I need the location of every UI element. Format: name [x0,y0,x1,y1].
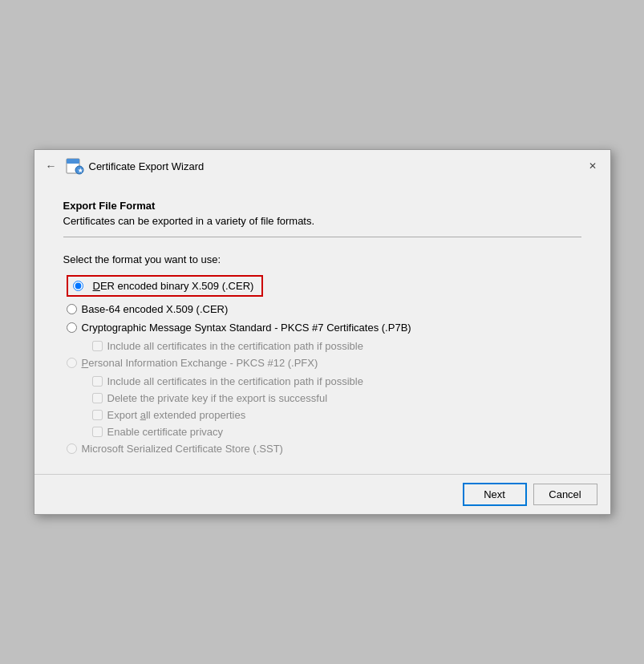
title-bar: ← ★ Certificate Export Wizard ✕ [34,150,610,180]
close-button[interactable]: ✕ [583,156,602,176]
pkcs7-checkbox-option: Include all certificates in the certific… [63,340,581,352]
radio-base64-label: Base-64 encoded X.509 (.CER) [82,303,229,315]
radio-sst-input [67,443,77,454]
format-prompt: Select the format you want to use: [63,253,581,265]
radio-der-label: DER encoded binary X.509 (.CER) [93,280,254,292]
pfx-include-certs-checkbox [92,376,103,387]
radio-option-der[interactable]: DER encoded binary X.509 (.CER) [67,275,264,297]
pfx-include-certs-label: Include all certificates in the certific… [107,375,363,387]
radio-pfx-input [67,358,77,368]
pfx-privacy-label: Enable certificate privacy [107,426,224,438]
pfx-checkbox-privacy: Enable certificate privacy [63,426,581,438]
pfx-checkbox-delete-key: Delete the private key if the export is … [63,392,581,404]
pfx-extended-props-checkbox [92,410,103,420]
radio-option-pkcs7[interactable]: Cryptographic Message Syntax Standard - … [63,322,581,334]
section-divider [63,237,581,237]
radio-option-pfx: Personal Information Exchange - PKCS #12… [63,357,581,369]
pfx-privacy-checkbox [92,427,103,437]
dialog-title: Certificate Export Wizard [89,160,205,172]
pfx-checkbox-extended-props: Export all extended properties [63,409,581,421]
svg-text:★: ★ [77,168,83,173]
wizard-icon: ★ [65,156,84,176]
next-button[interactable]: Next [463,483,527,506]
radio-pkcs7-input[interactable] [67,322,77,333]
section-title: Export File Format [63,200,581,212]
pfx-checkbox-include-certs: Include all certificates in the certific… [63,375,581,387]
radio-option-base64[interactable]: Base-64 encoded X.509 (.CER) [63,303,581,315]
cancel-button[interactable]: Cancel [533,484,597,505]
pkcs7-checkbox-label: Include all certificates in the certific… [107,340,363,352]
content-area: Export File Format Certificates can be e… [34,180,610,474]
pfx-extended-props-label: Export all extended properties [107,409,246,421]
pfx-delete-key-label: Delete the private key if the export is … [107,392,328,404]
radio-option-sst: Microsoft Serialized Certificate Store (… [63,443,581,455]
section-description: Certificates can be exported in a variet… [63,215,581,227]
pfx-delete-key-checkbox [92,393,103,403]
radio-pkcs7-label: Cryptographic Message Syntax Standard - … [82,322,411,334]
radio-sst-label: Microsoft Serialized Certificate Store (… [82,443,283,455]
radio-base64-input[interactable] [67,304,77,314]
radio-der-input[interactable] [73,281,83,291]
dialog-footer: Next Cancel [34,474,610,514]
back-arrow-button[interactable]: ← [43,158,60,174]
pkcs7-checkbox [92,341,103,351]
title-bar-left: ← ★ Certificate Export Wizard [43,156,583,176]
radio-pfx-label: Personal Information Exchange - PKCS #12… [82,357,318,369]
svg-rect-1 [67,159,79,164]
certificate-export-wizard-dialog: ← ★ Certificate Export Wizard ✕ Export F… [34,149,611,515]
